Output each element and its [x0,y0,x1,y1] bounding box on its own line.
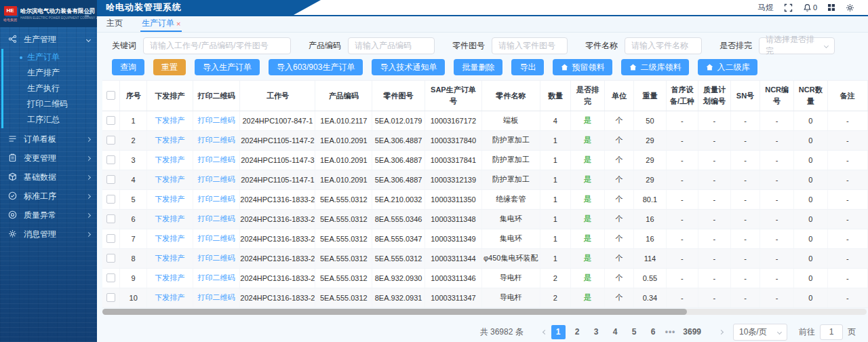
previous-page-button[interactable] [532,325,547,339]
row-checkbox[interactable] [106,155,115,164]
page-size-select[interactable]: 10条/页 [733,324,787,341]
current-user[interactable]: 马煜 [757,2,774,14]
part-drawing-no-input[interactable] [492,37,568,54]
dispatch-link[interactable]: 下发排产 [155,195,184,203]
dispatch-link[interactable]: 下发排产 [155,116,184,124]
page-button-3699[interactable]: 3699 [680,325,704,339]
print-qrcode-link[interactable]: 打印二维码 [197,254,235,262]
apps-grid-icon[interactable] [827,3,835,12]
import-production-order-button[interactable]: 导入生产订单 [195,59,260,75]
page-button-2[interactable]: 2 [570,325,585,339]
sidebar-item-production-management[interactable]: 生产管理 [0,30,97,49]
sidebar-item-label: 订单看板 [24,134,56,145]
sidebar-item-standard-process[interactable]: 标准工序 [0,187,97,206]
page-button-6[interactable]: 6 [646,325,660,339]
row-checkbox[interactable] [106,175,115,184]
horizontal-scrollbar-thumb[interactable] [102,309,687,315]
cell-remark: - [827,229,867,248]
sidebar-item-print-qrcode[interactable]: 打印二维码 [0,96,97,112]
reserve-picking-button[interactable]: 预留领料 [553,59,612,75]
row-checkbox[interactable] [106,293,115,302]
sidebar-menu: 生产管理生产订单生产排产生产执行打印二维码工序汇总订单看板变更管理基础数据标准工… [0,27,97,244]
cell-dispatch: 下发排产 [146,248,193,268]
row-checkbox[interactable] [106,234,115,243]
cell-product_code: 1EA.010.2091 [315,170,372,189]
sidebar-item-production-execution[interactable]: 生产执行 [0,81,97,96]
tab-home[interactable]: 主页 [105,16,124,32]
sidebar-item-order-board[interactable]: 订单看板 [0,130,97,149]
sidebar-item-production-order[interactable]: 生产订单 [0,50,97,65]
cell-work_no: 2024HPC1316-1833-2 [240,248,315,268]
notification-bell-icon[interactable]: 0 [803,3,817,12]
print-qrcode-link[interactable]: 打印二维码 [197,116,235,124]
import-603-903-order-button[interactable]: 导入603/903生产订单 [269,59,363,75]
print-qrcode-link[interactable]: 打印二维码 [197,234,235,242]
dispatch-link[interactable]: 下发排产 [155,234,184,242]
print-qrcode-link[interactable]: 打印二维码 [197,195,235,203]
sidebar-item-change-management[interactable]: 变更管理 [0,149,97,168]
next-page-button[interactable] [709,325,723,339]
tab-close-icon[interactable]: × [176,20,180,28]
cell-print: 打印二维码 [193,111,240,130]
sidebar-item-process-summary[interactable]: 工序汇总 [0,112,97,128]
settings-gear-icon[interactable] [846,3,854,12]
sidebar-item-basic-data[interactable]: 基础数据 [0,168,97,187]
cell-checkbox [102,209,120,229]
part-name-input[interactable] [625,37,702,54]
dispatch-link[interactable]: 下发排产 [155,254,184,262]
column-header-label: 数量 [548,92,563,100]
export-button[interactable]: 导出 [511,59,544,75]
dispatch-link[interactable]: 下发排产 [155,293,184,301]
tab-production-order[interactable]: 生产订单 × [140,16,182,32]
goto-page-input[interactable] [820,324,843,340]
column-header-label: 首序设备/工种 [670,86,694,105]
page-button-5[interactable]: 5 [627,325,642,339]
print-qrcode-link[interactable]: 打印二维码 [197,155,235,164]
row-checkbox[interactable] [106,136,115,145]
sidebar-item-production-scheduling[interactable]: 生产排产 [0,65,97,81]
fullscreen-icon[interactable] [784,3,793,12]
import-tech-notice-button[interactable]: 导入技术通知单 [372,59,445,75]
dispatch-link[interactable]: 下发排产 [155,273,184,282]
product-code-input[interactable] [348,37,435,54]
cell-print: 打印二维码 [193,170,240,189]
sidebar-item-quality-exception[interactable]: 质量异常 [0,206,97,225]
button-label: 预留领料 [572,62,604,73]
secondary-store-picking-button[interactable]: 二级库领料 [621,59,689,75]
dispatch-link[interactable]: 下发排产 [155,175,184,183]
search-button[interactable]: 查询 [112,59,144,75]
into-secondary-store-button[interactable]: 入二级库 [698,59,757,75]
page-button-4[interactable]: 4 [608,325,623,339]
cell-seq: 2 [120,130,147,150]
batch-delete-button[interactable]: 批量删除 [454,59,502,75]
row-checkbox[interactable] [106,195,115,204]
print-qrcode-link[interactable]: 打印二维码 [197,175,235,183]
sidebar-item-message-management[interactable]: 消息管理 [0,225,97,244]
page-button-3[interactable]: 3 [589,325,604,339]
column-header-checkbox [102,81,120,111]
row-checkbox[interactable] [106,214,115,223]
cell-sn: - [730,111,760,130]
dispatch-link[interactable]: 下发排产 [155,214,184,223]
cell-part_no: 8EA.932.0931 [372,288,425,307]
dispatch-link[interactable]: 下发排产 [155,136,184,144]
column-header-remark: 备注 [827,81,867,111]
reset-button[interactable]: 重置 [153,59,186,75]
print-qrcode-link[interactable]: 打印二维码 [197,136,235,144]
is-scheduled-select[interactable]: 请选择是否排完 [759,37,835,54]
cell-checkbox [102,111,120,130]
keyword-input[interactable] [143,37,291,54]
select-all-checkbox[interactable] [106,91,115,100]
row-checkbox[interactable] [106,116,115,125]
button-label: 重置 [161,62,178,73]
row-checkbox[interactable] [106,254,115,263]
cell-qty: 2 [540,288,571,307]
print-qrcode-link[interactable]: 打印二维码 [197,273,235,282]
page-button-1[interactable]: 1 [551,325,566,339]
dispatch-link[interactable]: 下发排产 [155,155,184,164]
print-qrcode-link[interactable]: 打印二维码 [197,293,235,301]
print-qrcode-link[interactable]: 打印二维码 [197,214,235,223]
pagination-ellipsis-icon[interactable]: ••• [665,327,676,337]
horizontal-scrollbar[interactable] [102,309,867,315]
row-checkbox[interactable] [106,273,115,282]
